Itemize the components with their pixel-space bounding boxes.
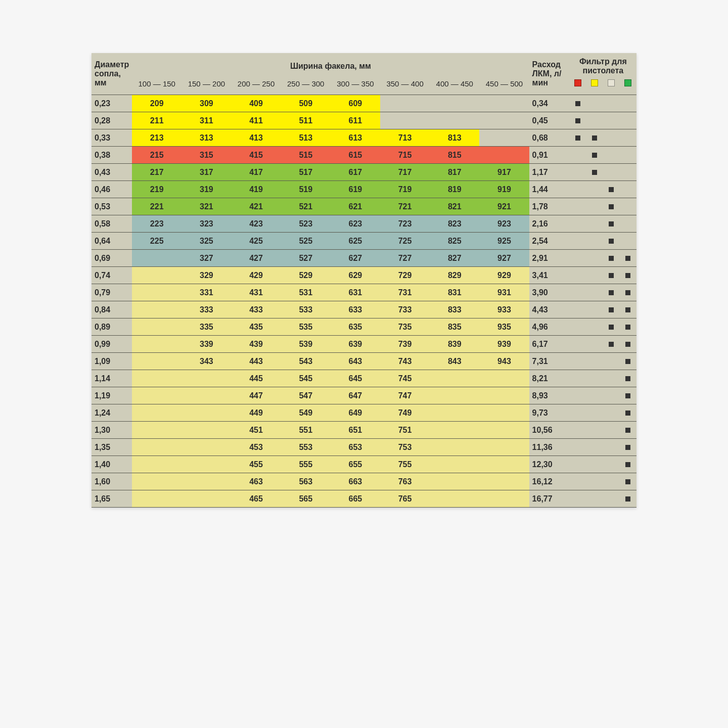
filter-legend-green xyxy=(620,79,636,95)
cell-nozzle-code: 411 xyxy=(231,112,281,129)
cell-flow: 3,41 xyxy=(529,267,570,284)
cell-filter-marker xyxy=(620,353,636,370)
table-row: 1,244495496497499,73 xyxy=(92,404,636,422)
cell-diameter: 0,38 xyxy=(92,147,132,164)
cell-nozzle-code: 923 xyxy=(479,215,529,233)
cell-filter-marker xyxy=(570,284,586,301)
table-row: 0,893354355356357358359354,96 xyxy=(92,318,636,336)
header-fan-width: Ширина факела, мм xyxy=(132,53,529,79)
filter-marker-icon xyxy=(609,256,614,261)
cell-filter-marker xyxy=(620,112,636,129)
cell-filter-marker xyxy=(586,284,603,301)
table-row: 0,332133134135136137138130,68 xyxy=(92,129,636,147)
cell-nozzle-code: 515 xyxy=(281,147,331,164)
cell-filter-marker xyxy=(586,422,603,439)
cell-nozzle-code: 621 xyxy=(331,198,380,215)
cell-nozzle-code: 611 xyxy=(331,112,380,129)
header-flow: Расход ЛКМ, л/мин xyxy=(529,53,570,95)
cell-nozzle-code: 419 xyxy=(231,181,281,198)
cell-nozzle-code xyxy=(380,112,430,129)
cell-nozzle-code: 451 xyxy=(231,422,281,439)
cell-filter-marker xyxy=(620,233,636,250)
cell-flow: 1,78 xyxy=(529,198,570,215)
cell-filter-marker xyxy=(620,95,636,112)
filter-marker-icon xyxy=(609,221,614,226)
cell-nozzle-code: 829 xyxy=(430,267,479,284)
cell-flow: 8,21 xyxy=(529,370,570,387)
filter-marker-icon xyxy=(625,496,630,502)
filter-legend-grey xyxy=(603,79,620,95)
cell-filter-marker xyxy=(570,318,586,336)
cell-nozzle-code: 749 xyxy=(380,404,430,422)
cell-nozzle-code: 543 xyxy=(281,353,331,370)
filter-marker-icon xyxy=(575,101,580,106)
cell-nozzle-code: 931 xyxy=(479,284,529,301)
cell-nozzle-code: 339 xyxy=(181,336,231,353)
cell-filter-marker xyxy=(620,456,636,473)
cell-nozzle-code: 313 xyxy=(181,129,231,147)
cell-nozzle-code: 513 xyxy=(281,129,331,147)
filter-marker-icon xyxy=(625,428,630,433)
filter-marker-icon xyxy=(609,187,614,192)
cell-nozzle-code xyxy=(132,284,181,301)
cell-nozzle-code: 209 xyxy=(132,95,181,112)
cell-filter-marker xyxy=(620,387,636,404)
cell-nozzle-code: 625 xyxy=(331,233,380,250)
cell-nozzle-code: 921 xyxy=(479,198,529,215)
cell-nozzle-code: 743 xyxy=(380,353,430,370)
cell-nozzle-code: 549 xyxy=(281,404,331,422)
cell-nozzle-code: 651 xyxy=(331,422,380,439)
cell-nozzle-code: 747 xyxy=(380,387,430,404)
cell-filter-marker xyxy=(570,439,586,456)
cell-nozzle-code: 423 xyxy=(231,215,281,233)
cell-filter-marker xyxy=(603,439,620,456)
cell-nozzle-code: 319 xyxy=(181,181,231,198)
cell-filter-marker xyxy=(603,233,620,250)
cell-filter-marker xyxy=(570,267,586,284)
header-filter: Фильтр для пистолета xyxy=(570,53,636,79)
table-row: 0,793314315316317318319313,90 xyxy=(92,284,636,301)
table-row: 0,642253254255256257258259252,54 xyxy=(92,233,636,250)
cell-nozzle-code xyxy=(430,370,479,387)
cell-filter-marker xyxy=(603,147,620,164)
header-range: 450 — 500 xyxy=(479,79,529,95)
table-row: 0,582233234235236237238239232,16 xyxy=(92,215,636,233)
cell-nozzle-code: 633 xyxy=(331,301,380,318)
header-range: 200 — 250 xyxy=(231,79,281,95)
cell-nozzle-code: 755 xyxy=(380,456,430,473)
cell-nozzle-code: 443 xyxy=(231,353,281,370)
cell-nozzle-code: 639 xyxy=(331,336,380,353)
cell-filter-marker xyxy=(570,422,586,439)
cell-nozzle-code: 663 xyxy=(331,473,380,490)
filter-marker-icon xyxy=(625,462,630,467)
cell-diameter: 1,09 xyxy=(92,353,132,370)
cell-nozzle-code: 447 xyxy=(231,387,281,404)
nozzle-table: Диаметр сопла, мм Ширина факела, мм Расх… xyxy=(92,53,636,508)
filter-marker-icon xyxy=(609,273,614,278)
cell-nozzle-code: 821 xyxy=(430,198,479,215)
cell-nozzle-code: 751 xyxy=(380,422,430,439)
cell-filter-marker xyxy=(603,250,620,267)
cell-nozzle-code: 665 xyxy=(331,490,380,508)
cell-nozzle-code: 465 xyxy=(231,490,281,508)
cell-nozzle-code: 609 xyxy=(331,95,380,112)
cell-filter-marker xyxy=(570,198,586,215)
cell-nozzle-code: 323 xyxy=(181,215,231,233)
cell-nozzle-code: 615 xyxy=(331,147,380,164)
cell-filter-marker xyxy=(620,370,636,387)
cell-nozzle-code: 517 xyxy=(281,164,331,181)
nozzle-table-card: Диаметр сопла, мм Ширина факела, мм Расх… xyxy=(92,53,636,508)
cell-filter-marker xyxy=(570,164,586,181)
cell-nozzle-code: 431 xyxy=(231,284,281,301)
cell-nozzle-code: 539 xyxy=(281,336,331,353)
cell-flow: 2,91 xyxy=(529,250,570,267)
filter-marker-icon xyxy=(625,256,630,261)
cell-filter-marker xyxy=(586,112,603,129)
cell-nozzle-code: 763 xyxy=(380,473,430,490)
cell-flow: 6,17 xyxy=(529,336,570,353)
filter-marker-icon xyxy=(625,411,630,416)
cell-diameter: 0,69 xyxy=(92,250,132,267)
cell-nozzle-code: 827 xyxy=(430,250,479,267)
cell-filter-marker xyxy=(603,284,620,301)
cell-filter-marker xyxy=(620,164,636,181)
